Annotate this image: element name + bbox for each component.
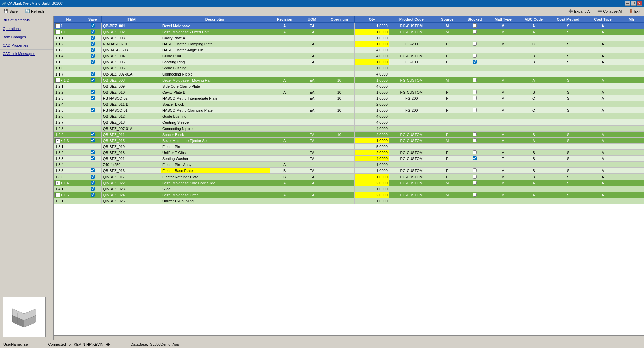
table-row[interactable]: −1QB-BEZ_001Bezel MoldbaseAEA1.0000FG-CU…: [54, 23, 644, 29]
cell-stocked[interactable]: [461, 113, 488, 119]
stocked-checkbox[interactable]: [473, 132, 477, 136]
table-row[interactable]: −1.2QB-BEZ_008Bezel Moldbase - Moving Ha…: [54, 77, 644, 83]
cell-save[interactable]: [84, 101, 101, 107]
table-row[interactable]: 1.4.1QB-BEZ_023Slide1.0000: [54, 186, 644, 192]
cell-save[interactable]: [84, 53, 101, 59]
stocked-checkbox[interactable]: [473, 42, 477, 46]
cell-stocked[interactable]: [461, 23, 488, 29]
collapse-button[interactable]: +: [55, 181, 60, 185]
cell-stocked[interactable]: [461, 77, 488, 83]
stocked-checkbox[interactable]: [473, 156, 477, 160]
cell-save[interactable]: [84, 126, 101, 132]
save-checkbox[interactable]: [91, 90, 95, 94]
save-checkbox[interactable]: [91, 60, 95, 64]
stocked-checkbox[interactable]: [473, 96, 477, 100]
cell-stocked[interactable]: [461, 41, 488, 47]
cell-stocked[interactable]: [461, 180, 488, 186]
cell-save[interactable]: [84, 198, 101, 204]
table-row[interactable]: 1.2.8QB-BEZ_007-01AConnecting Nipple4.00…: [54, 126, 644, 132]
cell-stocked[interactable]: [461, 29, 488, 35]
cell-stocked[interactable]: [461, 83, 488, 89]
collapse-button[interactable]: −: [55, 23, 60, 28]
cell-save[interactable]: [84, 144, 101, 150]
cell-save[interactable]: [84, 180, 101, 186]
sidebar-item-cadlink-messages[interactable]: CADLink Messages: [0, 50, 53, 58]
save-checkbox[interactable]: [91, 156, 95, 160]
stocked-checkbox[interactable]: [473, 168, 477, 172]
expand-all-button[interactable]: ➕ Expand All: [566, 8, 594, 14]
minimize-button[interactable]: —: [625, 1, 630, 6]
save-button[interactable]: 💾 Save: [1, 8, 20, 14]
cell-save[interactable]: [84, 113, 101, 119]
table-row[interactable]: −1.5QB-BEZ_024Bezel Moldbase LifterAEA2.…: [54, 192, 644, 198]
stocked-checkbox[interactable]: [473, 181, 477, 185]
collapse-all-button[interactable]: ➖ Collapse All: [595, 8, 625, 14]
stocked-checkbox[interactable]: [473, 138, 477, 142]
stocked-checkbox[interactable]: [473, 175, 477, 179]
table-row[interactable]: 1.3.6QB-BEZ_017Ejector Retainer PlateBEA…: [54, 174, 644, 180]
table-row[interactable]: 1.2.3RB-HASCO-02HASCO Metric Intermediat…: [54, 95, 644, 101]
stocked-checkbox[interactable]: [473, 90, 477, 94]
table-row[interactable]: 1.5.1QB-BEZ_025Unlifter U-Coupling1.0000: [54, 198, 644, 204]
close-button[interactable]: ✕: [637, 1, 642, 6]
cell-stocked[interactable]: [461, 47, 488, 53]
table-row[interactable]: 1.1.6QB-BEZ_006Sprue Bushing1.0000: [54, 65, 644, 71]
cell-save[interactable]: [84, 29, 101, 35]
cell-stocked[interactable]: [461, 144, 488, 150]
cell-save[interactable]: [84, 95, 101, 101]
cell-stocked[interactable]: [461, 126, 488, 132]
cell-save[interactable]: [84, 83, 101, 89]
cell-stocked[interactable]: [461, 192, 488, 198]
cell-stocked[interactable]: [461, 101, 488, 107]
cell-save[interactable]: [84, 23, 101, 29]
stocked-checkbox[interactable]: [473, 150, 477, 154]
bom-table-container[interactable]: No Save ITEM Description Revision UOM Op…: [54, 16, 644, 335]
save-checkbox[interactable]: [91, 187, 95, 191]
table-row[interactable]: 1.3.5QB-BEZ_016Ejector Base PlateBEA1.00…: [54, 168, 644, 174]
cell-save[interactable]: [84, 150, 101, 156]
horizontal-scrollbar[interactable]: [54, 335, 644, 340]
table-row[interactable]: 1.2.7QB-BEZ_013Centring Sleeve4.0000: [54, 119, 644, 126]
cell-save[interactable]: [84, 107, 101, 113]
save-checkbox[interactable]: [91, 181, 95, 185]
save-checkbox[interactable]: [91, 175, 95, 179]
cell-save[interactable]: [84, 138, 101, 144]
cell-stocked[interactable]: [461, 138, 488, 144]
collapse-button[interactable]: −: [55, 193, 60, 197]
table-row[interactable]: 1.1.1QB-BEZ_003Cavity Plate A1.0000: [54, 35, 644, 41]
save-checkbox[interactable]: [91, 42, 95, 46]
cell-save[interactable]: [84, 35, 101, 41]
save-checkbox[interactable]: [91, 138, 95, 142]
cell-stocked[interactable]: [461, 71, 488, 77]
exit-button[interactable]: 🚪 Exit: [626, 8, 643, 14]
cell-stocked[interactable]: [461, 53, 488, 59]
cell-stocked[interactable]: [461, 107, 488, 113]
save-checkbox[interactable]: [91, 150, 95, 154]
table-row[interactable]: 1.2.9QB-BEZ_011Spacer BlockEA102.0000FG-…: [54, 132, 644, 138]
cell-save[interactable]: [84, 156, 101, 162]
table-row[interactable]: 1.3.2QB-BEZ_018Unlifter T-GibsEA2.0000FG…: [54, 150, 644, 156]
refresh-button[interactable]: 🔄 Refresh: [23, 8, 46, 14]
table-row[interactable]: 1.1.5QB-BEZ_005Locating RingEA1.0000FG-1…: [54, 59, 644, 65]
save-checkbox[interactable]: [91, 78, 95, 82]
collapse-button[interactable]: −: [55, 30, 60, 34]
cell-stocked[interactable]: [461, 95, 488, 101]
cell-save[interactable]: [84, 41, 101, 47]
save-checkbox[interactable]: [91, 23, 95, 28]
sidebar-item-bom-changes[interactable]: Bom Changes: [0, 33, 53, 41]
cell-stocked[interactable]: [461, 156, 488, 162]
collapse-button[interactable]: −: [55, 78, 60, 83]
cell-stocked[interactable]: [461, 119, 488, 126]
table-row[interactable]: −1.3QB-BEZ_015Bezel Moldbase Ejector Set…: [54, 138, 644, 144]
stocked-checkbox[interactable]: [473, 193, 477, 197]
restore-button[interactable]: ❐: [631, 1, 636, 6]
save-checkbox[interactable]: [91, 96, 95, 100]
cell-save[interactable]: [84, 174, 101, 180]
save-checkbox[interactable]: [91, 36, 95, 40]
cell-save[interactable]: [84, 119, 101, 126]
table-row[interactable]: 1.2.4QB-BEZ_011-BSpacer Block2.0000: [54, 101, 644, 107]
cell-save[interactable]: [84, 47, 101, 53]
cell-stocked[interactable]: [461, 35, 488, 41]
table-row[interactable]: 1.1.7QB-BEZ_007-01AConnecting Nipple4.00…: [54, 71, 644, 77]
stocked-checkbox[interactable]: [473, 78, 477, 82]
